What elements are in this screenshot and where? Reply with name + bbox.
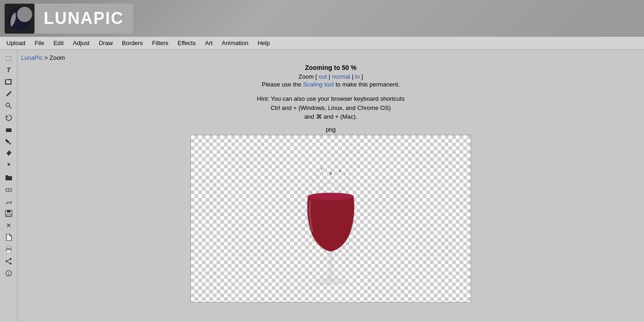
- tool-share[interactable]: [2, 256, 15, 267]
- svg-point-21: [321, 167, 322, 170]
- menu-adjust[interactable]: Adjust: [69, 38, 94, 48]
- zoom-prefix: Zoom [: [299, 73, 319, 80]
- menu-help[interactable]: Help: [253, 38, 275, 48]
- tool-dropper[interactable]: [2, 148, 15, 159]
- content: LunaPic > Zoom Zooming to 50 % Zoom [ ou…: [17, 50, 644, 322]
- svg-line-16: [7, 259, 10, 261]
- svg-point-15: [6, 260, 7, 262]
- logo-icon: [5, 4, 34, 34]
- tool-save[interactable]: [2, 208, 15, 219]
- zoom-links: Zoom [ out | normal | in ]: [262, 73, 400, 80]
- hint-line3: and ⌘ and + (Mac).: [257, 112, 405, 121]
- hint-box: Hint: You can also use your browser keyb…: [257, 94, 405, 121]
- zoom-info: Zooming to 50 % Zoom [ out | normal | in…: [262, 64, 400, 92]
- tool-paint-bucket[interactable]: [2, 136, 15, 147]
- zoom-out-link[interactable]: out: [319, 73, 327, 80]
- menubar: Upload File Edit Adjust Draw Borders Fil…: [0, 37, 644, 50]
- menu-filters[interactable]: Filters: [148, 38, 173, 48]
- svg-point-22: [339, 170, 341, 172]
- header: LUNAPIC: [0, 0, 644, 37]
- svg-point-29: [318, 187, 320, 189]
- tool-text[interactable]: T: [2, 64, 15, 75]
- menu-edit[interactable]: Edit: [49, 38, 68, 48]
- scaling-note: Please use the Scaling tool to make this…: [262, 81, 400, 88]
- svg-point-14: [10, 263, 12, 264]
- zoom-title: Zooming to 50 %: [262, 64, 400, 71]
- zoom-normal-link[interactable]: normal: [332, 73, 351, 80]
- svg-line-3: [9, 106, 12, 109]
- menu-upload[interactable]: Upload: [2, 38, 30, 48]
- tool-new[interactable]: [2, 232, 15, 243]
- image-format-label: png: [326, 126, 336, 133]
- canvas-area: [190, 135, 471, 303]
- tool-info[interactable]: [2, 268, 15, 279]
- tool-pencil[interactable]: [2, 88, 15, 99]
- svg-point-26: [349, 178, 350, 180]
- svg-point-24: [344, 173, 345, 175]
- tool-crop[interactable]: [2, 76, 15, 87]
- svg-rect-32: [329, 252, 333, 282]
- main-layout: ⬚ T: [0, 50, 644, 322]
- menu-borders[interactable]: Borders: [117, 38, 148, 48]
- svg-point-20: [329, 172, 332, 175]
- tool-smudge[interactable]: [2, 196, 15, 207]
- svg-point-31: [308, 193, 354, 200]
- zoom-in-link[interactable]: in: [355, 73, 360, 80]
- menu-file[interactable]: File: [30, 38, 49, 48]
- svg-point-1: [17, 6, 32, 22]
- sidebar: ⬚ T: [0, 50, 17, 322]
- svg-rect-8: [7, 210, 11, 213]
- svg-rect-11: [7, 246, 11, 248]
- logo-text: LUNAPIC: [34, 4, 133, 34]
- tool-folder[interactable]: [2, 172, 15, 183]
- breadcrumb: LunaPic > Zoom: [17, 53, 644, 64]
- tool-print[interactable]: [2, 244, 15, 255]
- scaling-tool-link[interactable]: Scaling tool: [303, 81, 334, 88]
- svg-point-33: [315, 279, 347, 284]
- menu-draw[interactable]: Draw: [94, 38, 117, 48]
- tool-select[interactable]: ⬚: [2, 52, 15, 63]
- menu-effects[interactable]: Effects: [173, 38, 201, 48]
- hint-line2: Ctrl and + (Windows, Linux, and Chrome O…: [257, 104, 405, 113]
- logo-area: LUNAPIC: [5, 4, 133, 34]
- tool-rectangle[interactable]: [2, 124, 15, 135]
- svg-point-13: [10, 258, 12, 260]
- menu-animation[interactable]: Animation: [217, 38, 253, 48]
- menu-art[interactable]: Art: [200, 38, 217, 48]
- svg-line-17: [7, 262, 10, 263]
- tool-zoom[interactable]: [2, 100, 15, 111]
- breadcrumb-home[interactable]: LunaPic: [21, 54, 43, 61]
- svg-rect-12: [7, 250, 11, 252]
- svg-point-25: [312, 179, 313, 181]
- tool-rotate[interactable]: [2, 112, 15, 123]
- svg-point-2: [6, 103, 10, 107]
- tool-eyedropper2[interactable]: [2, 160, 15, 171]
- svg-point-30: [341, 187, 343, 189]
- hint-line1: Hint: You can also use your browser keyb…: [257, 94, 405, 104]
- tool-close[interactable]: ✕: [2, 220, 15, 231]
- tool-eraser[interactable]: [2, 184, 15, 195]
- svg-rect-4: [6, 128, 12, 132]
- svg-point-23: [316, 175, 317, 177]
- svg-rect-9: [6, 214, 11, 216]
- wine-glass-image: [285, 146, 377, 302]
